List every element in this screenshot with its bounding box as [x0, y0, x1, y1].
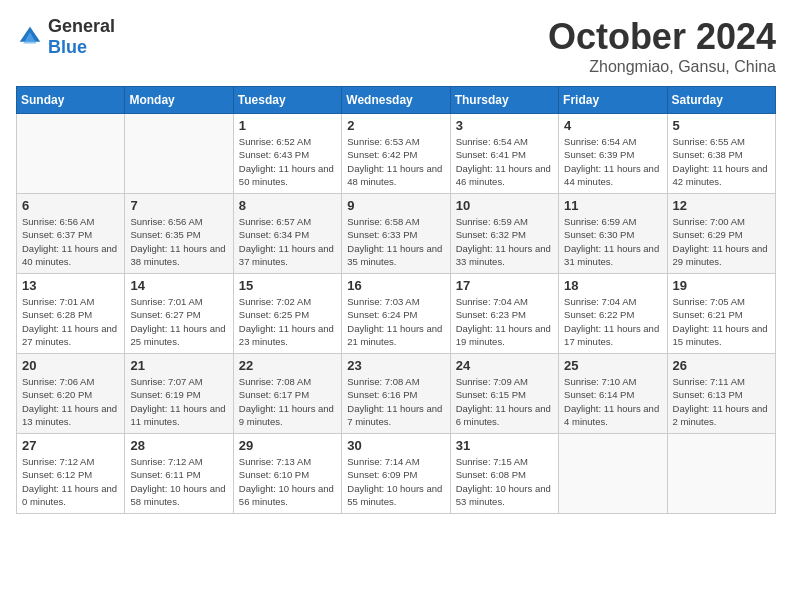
day-info: Sunrise: 6:54 AM Sunset: 6:41 PM Dayligh…: [456, 135, 553, 188]
day-info: Sunrise: 7:07 AM Sunset: 6:19 PM Dayligh…: [130, 375, 227, 428]
day-number: 4: [564, 118, 661, 133]
calendar-cell: 28Sunrise: 7:12 AM Sunset: 6:11 PM Dayli…: [125, 434, 233, 514]
day-number: 29: [239, 438, 336, 453]
day-info: Sunrise: 7:02 AM Sunset: 6:25 PM Dayligh…: [239, 295, 336, 348]
calendar-cell: 11Sunrise: 6:59 AM Sunset: 6:30 PM Dayli…: [559, 194, 667, 274]
calendar-cell: 15Sunrise: 7:02 AM Sunset: 6:25 PM Dayli…: [233, 274, 341, 354]
day-number: 31: [456, 438, 553, 453]
day-number: 24: [456, 358, 553, 373]
calendar-table: SundayMondayTuesdayWednesdayThursdayFrid…: [16, 86, 776, 514]
day-number: 26: [673, 358, 770, 373]
day-info: Sunrise: 6:54 AM Sunset: 6:39 PM Dayligh…: [564, 135, 661, 188]
calendar-cell: [125, 114, 233, 194]
day-number: 5: [673, 118, 770, 133]
calendar-week-row: 27Sunrise: 7:12 AM Sunset: 6:12 PM Dayli…: [17, 434, 776, 514]
day-info: Sunrise: 7:15 AM Sunset: 6:08 PM Dayligh…: [456, 455, 553, 508]
calendar-week-row: 1Sunrise: 6:52 AM Sunset: 6:43 PM Daylig…: [17, 114, 776, 194]
day-info: Sunrise: 6:59 AM Sunset: 6:32 PM Dayligh…: [456, 215, 553, 268]
day-info: Sunrise: 7:01 AM Sunset: 6:27 PM Dayligh…: [130, 295, 227, 348]
day-number: 17: [456, 278, 553, 293]
day-number: 25: [564, 358, 661, 373]
calendar-body: 1Sunrise: 6:52 AM Sunset: 6:43 PM Daylig…: [17, 114, 776, 514]
page-header: General Blue October 2024 Zhongmiao, Gan…: [16, 16, 776, 76]
calendar-cell: 27Sunrise: 7:12 AM Sunset: 6:12 PM Dayli…: [17, 434, 125, 514]
day-number: 6: [22, 198, 119, 213]
location: Zhongmiao, Gansu, China: [548, 58, 776, 76]
weekday-header-cell: Monday: [125, 87, 233, 114]
day-info: Sunrise: 7:08 AM Sunset: 6:17 PM Dayligh…: [239, 375, 336, 428]
day-number: 11: [564, 198, 661, 213]
day-info: Sunrise: 7:14 AM Sunset: 6:09 PM Dayligh…: [347, 455, 444, 508]
calendar-cell: 20Sunrise: 7:06 AM Sunset: 6:20 PM Dayli…: [17, 354, 125, 434]
day-info: Sunrise: 7:04 AM Sunset: 6:23 PM Dayligh…: [456, 295, 553, 348]
day-info: Sunrise: 7:10 AM Sunset: 6:14 PM Dayligh…: [564, 375, 661, 428]
weekday-header-cell: Wednesday: [342, 87, 450, 114]
day-number: 27: [22, 438, 119, 453]
calendar-cell: [17, 114, 125, 194]
day-info: Sunrise: 6:52 AM Sunset: 6:43 PM Dayligh…: [239, 135, 336, 188]
calendar-cell: 5Sunrise: 6:55 AM Sunset: 6:38 PM Daylig…: [667, 114, 775, 194]
weekday-header-row: SundayMondayTuesdayWednesdayThursdayFrid…: [17, 87, 776, 114]
calendar-week-row: 6Sunrise: 6:56 AM Sunset: 6:37 PM Daylig…: [17, 194, 776, 274]
day-info: Sunrise: 7:13 AM Sunset: 6:10 PM Dayligh…: [239, 455, 336, 508]
logo-general: General: [48, 16, 115, 36]
weekday-header-cell: Thursday: [450, 87, 558, 114]
day-info: Sunrise: 7:09 AM Sunset: 6:15 PM Dayligh…: [456, 375, 553, 428]
day-number: 28: [130, 438, 227, 453]
day-info: Sunrise: 7:12 AM Sunset: 6:11 PM Dayligh…: [130, 455, 227, 508]
calendar-cell: 18Sunrise: 7:04 AM Sunset: 6:22 PM Dayli…: [559, 274, 667, 354]
calendar-cell: 29Sunrise: 7:13 AM Sunset: 6:10 PM Dayli…: [233, 434, 341, 514]
calendar-cell: 31Sunrise: 7:15 AM Sunset: 6:08 PM Dayli…: [450, 434, 558, 514]
calendar-cell: 3Sunrise: 6:54 AM Sunset: 6:41 PM Daylig…: [450, 114, 558, 194]
calendar-cell: 1Sunrise: 6:52 AM Sunset: 6:43 PM Daylig…: [233, 114, 341, 194]
day-number: 2: [347, 118, 444, 133]
weekday-header-cell: Tuesday: [233, 87, 341, 114]
logo-icon: [16, 23, 44, 51]
day-number: 7: [130, 198, 227, 213]
month-title: October 2024: [548, 16, 776, 58]
day-info: Sunrise: 7:01 AM Sunset: 6:28 PM Dayligh…: [22, 295, 119, 348]
calendar-week-row: 20Sunrise: 7:06 AM Sunset: 6:20 PM Dayli…: [17, 354, 776, 434]
calendar-cell: 24Sunrise: 7:09 AM Sunset: 6:15 PM Dayli…: [450, 354, 558, 434]
day-info: Sunrise: 7:08 AM Sunset: 6:16 PM Dayligh…: [347, 375, 444, 428]
calendar-cell: 9Sunrise: 6:58 AM Sunset: 6:33 PM Daylig…: [342, 194, 450, 274]
calendar-cell: 16Sunrise: 7:03 AM Sunset: 6:24 PM Dayli…: [342, 274, 450, 354]
logo-blue: Blue: [48, 37, 87, 57]
weekday-header-cell: Sunday: [17, 87, 125, 114]
day-info: Sunrise: 6:55 AM Sunset: 6:38 PM Dayligh…: [673, 135, 770, 188]
day-info: Sunrise: 7:00 AM Sunset: 6:29 PM Dayligh…: [673, 215, 770, 268]
day-info: Sunrise: 6:59 AM Sunset: 6:30 PM Dayligh…: [564, 215, 661, 268]
day-info: Sunrise: 7:06 AM Sunset: 6:20 PM Dayligh…: [22, 375, 119, 428]
day-number: 12: [673, 198, 770, 213]
title-block: October 2024 Zhongmiao, Gansu, China: [548, 16, 776, 76]
calendar-cell: 17Sunrise: 7:04 AM Sunset: 6:23 PM Dayli…: [450, 274, 558, 354]
calendar-cell: [667, 434, 775, 514]
day-number: 14: [130, 278, 227, 293]
day-number: 21: [130, 358, 227, 373]
day-number: 9: [347, 198, 444, 213]
calendar-cell: 12Sunrise: 7:00 AM Sunset: 6:29 PM Dayli…: [667, 194, 775, 274]
day-info: Sunrise: 6:53 AM Sunset: 6:42 PM Dayligh…: [347, 135, 444, 188]
calendar-cell: 6Sunrise: 6:56 AM Sunset: 6:37 PM Daylig…: [17, 194, 125, 274]
calendar-week-row: 13Sunrise: 7:01 AM Sunset: 6:28 PM Dayli…: [17, 274, 776, 354]
day-number: 8: [239, 198, 336, 213]
day-number: 13: [22, 278, 119, 293]
day-number: 20: [22, 358, 119, 373]
calendar-cell: 14Sunrise: 7:01 AM Sunset: 6:27 PM Dayli…: [125, 274, 233, 354]
day-number: 10: [456, 198, 553, 213]
day-info: Sunrise: 7:11 AM Sunset: 6:13 PM Dayligh…: [673, 375, 770, 428]
calendar-cell: 10Sunrise: 6:59 AM Sunset: 6:32 PM Dayli…: [450, 194, 558, 274]
day-info: Sunrise: 6:56 AM Sunset: 6:37 PM Dayligh…: [22, 215, 119, 268]
day-info: Sunrise: 7:05 AM Sunset: 6:21 PM Dayligh…: [673, 295, 770, 348]
day-info: Sunrise: 6:58 AM Sunset: 6:33 PM Dayligh…: [347, 215, 444, 268]
day-number: 22: [239, 358, 336, 373]
day-info: Sunrise: 6:56 AM Sunset: 6:35 PM Dayligh…: [130, 215, 227, 268]
calendar-cell: 30Sunrise: 7:14 AM Sunset: 6:09 PM Dayli…: [342, 434, 450, 514]
logo: General Blue: [16, 16, 115, 58]
day-number: 16: [347, 278, 444, 293]
calendar-cell: 7Sunrise: 6:56 AM Sunset: 6:35 PM Daylig…: [125, 194, 233, 274]
calendar-cell: 4Sunrise: 6:54 AM Sunset: 6:39 PM Daylig…: [559, 114, 667, 194]
day-info: Sunrise: 7:04 AM Sunset: 6:22 PM Dayligh…: [564, 295, 661, 348]
day-number: 30: [347, 438, 444, 453]
day-info: Sunrise: 7:03 AM Sunset: 6:24 PM Dayligh…: [347, 295, 444, 348]
